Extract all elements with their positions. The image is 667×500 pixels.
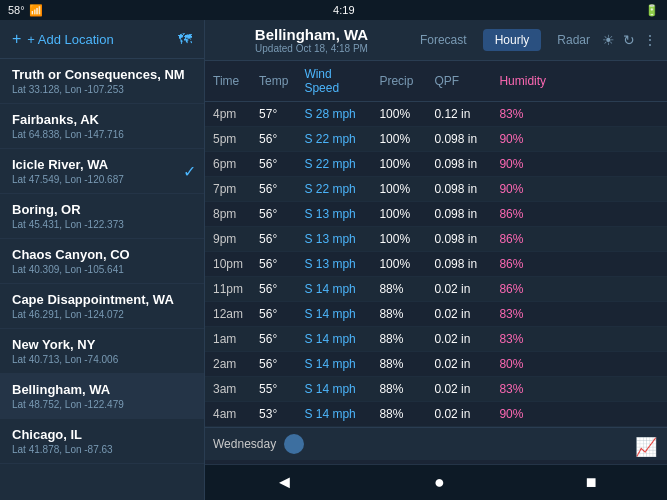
location-item[interactable]: Chicago, IL Lat 41.878, Lon -87.63 bbox=[0, 419, 204, 464]
location-coords: Lat 46.291, Lon -124.072 bbox=[12, 309, 192, 320]
cell-wind: S 13 mph bbox=[296, 202, 371, 227]
location-name: Boring, OR bbox=[12, 202, 192, 217]
table-row: 2am 56° S 14 mph 88% 0.02 in 80% bbox=[205, 352, 667, 377]
location-coords: Lat 47.549, Lon -120.687 bbox=[12, 174, 192, 185]
cell-time: 3am bbox=[205, 377, 251, 402]
location-item[interactable]: Fairbanks, AK Lat 64.838, Lon -147.716 bbox=[0, 104, 204, 149]
refresh-icon[interactable]: ↻ bbox=[623, 32, 635, 48]
col-qpf: QPF bbox=[426, 61, 491, 102]
cell-temp: 57° bbox=[251, 102, 296, 127]
cell-precip: 100% bbox=[371, 177, 426, 202]
cell-time: 10pm bbox=[205, 252, 251, 277]
location-coords: Lat 64.838, Lon -147.716 bbox=[12, 129, 192, 140]
cell-wind: S 14 mph bbox=[296, 277, 371, 302]
back-button[interactable]: ◄ bbox=[255, 468, 313, 497]
sun-icon[interactable]: ☀ bbox=[602, 32, 615, 48]
cell-wind: S 28 mph bbox=[296, 102, 371, 127]
table-row: 7pm 56° S 22 mph 100% 0.098 in 90% bbox=[205, 177, 667, 202]
cell-humidity: 86% bbox=[491, 227, 667, 252]
table-row: 9pm 56° S 13 mph 100% 0.098 in 86% bbox=[205, 227, 667, 252]
location-item[interactable]: New York, NY Lat 40.713, Lon -74.006 bbox=[0, 329, 204, 374]
cell-temp: 56° bbox=[251, 352, 296, 377]
cell-temp: 56° bbox=[251, 277, 296, 302]
cell-precip: 100% bbox=[371, 202, 426, 227]
location-name: Chicago, IL bbox=[12, 427, 192, 442]
cell-wind: S 13 mph bbox=[296, 227, 371, 252]
cell-precip: 100% bbox=[371, 227, 426, 252]
cell-time: 2am bbox=[205, 352, 251, 377]
location-item[interactable]: Truth or Consequences, NM Lat 33.128, Lo… bbox=[0, 59, 204, 104]
add-location-button[interactable]: + + Add Location 🗺 bbox=[0, 20, 204, 59]
location-name: Icicle River, WA bbox=[12, 157, 192, 172]
cell-humidity: 86% bbox=[491, 252, 667, 277]
location-item[interactable]: Cape Disappointment, WA Lat 46.291, Lon … bbox=[0, 284, 204, 329]
header-icons: ☀ ↻ ⋮ bbox=[602, 32, 657, 48]
cell-temp: 56° bbox=[251, 152, 296, 177]
status-time: 4:19 bbox=[333, 4, 354, 16]
cell-wind: S 14 mph bbox=[296, 302, 371, 327]
cell-wind: S 14 mph bbox=[296, 377, 371, 402]
cell-humidity: 83% bbox=[491, 302, 667, 327]
cell-qpf: 0.098 in bbox=[426, 227, 491, 252]
menu-icon[interactable]: ⋮ bbox=[643, 32, 657, 48]
table-row: 4am 53° S 14 mph 88% 0.02 in 90% bbox=[205, 402, 667, 427]
table-row: 12am 56° S 14 mph 88% 0.02 in 83% bbox=[205, 302, 667, 327]
cell-time: 5pm bbox=[205, 127, 251, 152]
cell-time: 7pm bbox=[205, 177, 251, 202]
tab-buttons: Forecast Hourly Radar bbox=[408, 29, 602, 51]
cell-qpf: 0.098 in bbox=[426, 202, 491, 227]
location-list: Truth or Consequences, NM Lat 33.128, Lo… bbox=[0, 59, 204, 464]
cell-qpf: 0.098 in bbox=[426, 252, 491, 277]
tab-radar[interactable]: Radar bbox=[545, 29, 602, 51]
status-right: 🔋 bbox=[645, 4, 659, 17]
graph-icon[interactable]: 📈 bbox=[635, 436, 657, 458]
location-name: Cape Disappointment, WA bbox=[12, 292, 192, 307]
cell-wind: S 13 mph bbox=[296, 252, 371, 277]
location-item[interactable]: Chaos Canyon, CO Lat 40.309, Lon -105.64… bbox=[0, 239, 204, 284]
location-name: Chaos Canyon, CO bbox=[12, 247, 192, 262]
table-row: 10pm 56° S 13 mph 100% 0.098 in 86% bbox=[205, 252, 667, 277]
home-button[interactable]: ● bbox=[414, 468, 465, 497]
tab-hourly[interactable]: Hourly bbox=[483, 29, 542, 51]
main-container: + + Add Location 🗺 Truth or Consequences… bbox=[0, 20, 667, 500]
cell-humidity: 90% bbox=[491, 402, 667, 427]
location-name: Truth or Consequences, NM bbox=[12, 67, 192, 82]
col-temp: Temp bbox=[251, 61, 296, 102]
tab-forecast[interactable]: Forecast bbox=[408, 29, 479, 51]
cell-precip: 88% bbox=[371, 377, 426, 402]
col-time: Time bbox=[205, 61, 251, 102]
cell-humidity: 83% bbox=[491, 377, 667, 402]
col-wind: Wind Speed bbox=[296, 61, 371, 102]
col-humidity: Humidity bbox=[491, 61, 667, 102]
map-icon[interactable]: 🗺 bbox=[178, 31, 192, 47]
recent-button[interactable]: ■ bbox=[566, 468, 617, 497]
cell-temp: 53° bbox=[251, 402, 296, 427]
add-icon: + bbox=[12, 30, 21, 48]
location-name: New York, NY bbox=[12, 337, 192, 352]
location-coords: Lat 48.752, Lon -122.479 bbox=[12, 399, 192, 410]
cell-humidity: 83% bbox=[491, 102, 667, 127]
location-item[interactable]: Icicle River, WA Lat 47.549, Lon -120.68… bbox=[0, 149, 204, 194]
cell-wind: S 22 mph bbox=[296, 127, 371, 152]
header: Bellingham, WA Updated Oct 18, 4:18 PM F… bbox=[205, 20, 667, 61]
location-coords: Lat 40.309, Lon -105.641 bbox=[12, 264, 192, 275]
wednesday-section: Wednesday bbox=[205, 427, 667, 460]
table-row: 5pm 56° S 22 mph 100% 0.098 in 90% bbox=[205, 127, 667, 152]
right-panel: Bellingham, WA Updated Oct 18, 4:18 PM F… bbox=[205, 20, 667, 500]
cell-time: 4pm bbox=[205, 102, 251, 127]
cell-wind: S 22 mph bbox=[296, 152, 371, 177]
location-name: Fairbanks, AK bbox=[12, 112, 192, 127]
location-item[interactable]: Bellingham, WA Lat 48.752, Lon -122.479 bbox=[0, 374, 204, 419]
cell-time: 11pm bbox=[205, 277, 251, 302]
table-row: 3am 55° S 14 mph 88% 0.02 in 83% bbox=[205, 377, 667, 402]
cell-precip: 88% bbox=[371, 277, 426, 302]
cell-qpf: 0.02 in bbox=[426, 402, 491, 427]
cell-temp: 56° bbox=[251, 202, 296, 227]
cell-humidity: 86% bbox=[491, 277, 667, 302]
cell-precip: 88% bbox=[371, 402, 426, 427]
status-left: 58° 📶 bbox=[8, 4, 43, 17]
cell-temp: 56° bbox=[251, 127, 296, 152]
wifi-icon: 📶 bbox=[29, 4, 43, 17]
cell-humidity: 90% bbox=[491, 152, 667, 177]
location-item[interactable]: Boring, OR Lat 45.431, Lon -122.373 bbox=[0, 194, 204, 239]
